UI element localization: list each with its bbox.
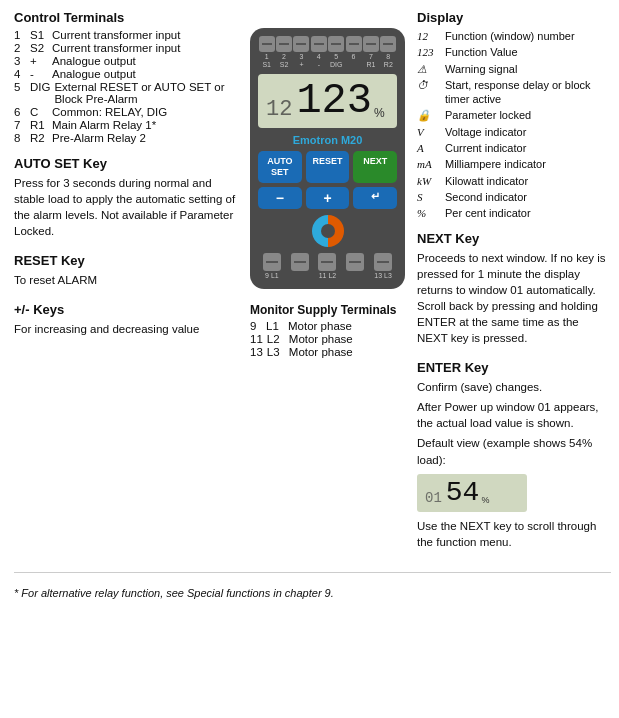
- list-item: 9 L1 Motor phase: [250, 320, 405, 332]
- terminal-screw: [363, 36, 379, 52]
- reset-section: RESET Key To reset ALARM: [14, 253, 236, 288]
- terminal-group-4: 4 -: [311, 36, 327, 68]
- enter-key-desc2: After Power up window 01 appears, the ac…: [417, 399, 611, 431]
- minus-button[interactable]: −: [258, 187, 302, 209]
- bottom-terminal-screw: [263, 253, 281, 271]
- plusminus-title: +/- Keys: [14, 302, 236, 317]
- bottom-terminal-screw: [291, 253, 309, 271]
- display-items-list: 12 Function (window) number 123 Function…: [417, 29, 611, 221]
- next-key-title: NEXT Key: [417, 231, 611, 246]
- display-percent-symbol: %: [374, 106, 385, 120]
- display-function-value: 123: [296, 80, 372, 122]
- list-item: % Per cent indicator: [417, 206, 611, 220]
- terminal-group-6: 6: [346, 36, 362, 68]
- enter-key-section: ENTER Key Confirm (save) changes. After …: [417, 360, 611, 550]
- bottom-terminals: 9 L1 11 L2: [258, 253, 397, 279]
- terminal-screw: [380, 36, 396, 52]
- terminal-screw: [276, 36, 292, 52]
- list-item: 8 R2 Pre-Alarm Relay 2: [14, 132, 236, 144]
- monitor-terminals-title: Monitor Supply Terminals: [250, 303, 405, 317]
- bottom-terminal-screw: [346, 253, 364, 271]
- terminal-group-5: 5 DIG: [328, 36, 344, 68]
- list-item: 4 - Analogue output: [14, 68, 236, 80]
- terminal-screw: [346, 36, 362, 52]
- enter-key-desc3: Default view (example shows 54% load):: [417, 435, 611, 467]
- reset-description: To reset ALARM: [14, 272, 236, 288]
- terminal-group-13: 13 L3: [374, 253, 392, 279]
- footnote-row: * For alternative relay function, see Sp…: [14, 572, 611, 599]
- reset-button[interactable]: RESET: [306, 151, 350, 183]
- autoset-button[interactable]: AUTO SET: [258, 151, 302, 183]
- terminal-group-1: 1 S1: [259, 36, 275, 68]
- list-item: 6 C Common: RELAY, DIG: [14, 106, 236, 118]
- terminal-group-10: [291, 253, 309, 279]
- list-item: V Voltage indicator: [417, 125, 611, 139]
- reset-title: RESET Key: [14, 253, 236, 268]
- bottom-terminal-screw: [318, 253, 336, 271]
- terminal-group-12: [346, 253, 364, 279]
- plusminus-section: +/- Keys For increasing and decreasing v…: [14, 302, 236, 337]
- brand-name: Emotron M20: [258, 134, 397, 146]
- device-display: 12 123 %: [258, 74, 397, 128]
- monitor-terminal-list: 9 L1 Motor phase 11 L2 Motor phase 13 L3…: [250, 320, 405, 358]
- mini-display-percent: %: [481, 495, 489, 505]
- terminal-list: 1 S1 Current transformer input 2 S2 Curr…: [14, 29, 236, 144]
- list-item: 1 S1 Current transformer input: [14, 29, 236, 41]
- center-column: 1 S1 2 S2 3 + 4: [244, 10, 411, 564]
- list-item: 123 Function Value: [417, 45, 611, 59]
- next-key-section: NEXT Key Proceeds to next window. If no …: [417, 231, 611, 347]
- terminal-group-9: 9 L1: [263, 253, 281, 279]
- display-window-number: 12: [266, 97, 292, 122]
- buttons-row-1: AUTO SET RESET NEXT: [258, 151, 397, 183]
- list-item: 12 Function (window) number: [417, 29, 611, 43]
- terminal-screw: [293, 36, 309, 52]
- mini-display-value: 54: [446, 479, 480, 507]
- buttons-row-2: − + ↵: [258, 187, 397, 209]
- terminal-group-7: 7 R1: [363, 36, 379, 68]
- left-column: Control Terminals 1 S1 Current transform…: [14, 10, 244, 564]
- device-illustration: 1 S1 2 S2 3 + 4: [250, 28, 405, 289]
- list-item: 7 R1 Main Alarm Relay 1*: [14, 119, 236, 131]
- bottom-terminal-screw: [374, 253, 392, 271]
- list-item: 5 DIG External RESET or AUTO SET or Bloc…: [14, 81, 236, 105]
- autoset-section: AUTO SET Key Press for 3 seconds during …: [14, 156, 236, 239]
- plusminus-description: For increasing and decreasing value: [14, 321, 236, 337]
- top-terminals: 1 S1 2 S2 3 + 4: [258, 36, 397, 68]
- emotron-logo: [312, 215, 344, 247]
- mini-display-window: 01: [425, 490, 442, 506]
- enter-key-desc4: Use the NEXT key to scroll through the f…: [417, 518, 611, 550]
- list-item: ⚠ Warning signal: [417, 62, 611, 76]
- terminal-group-2: 2 S2: [276, 36, 292, 68]
- list-item: kW Kilowatt indicator: [417, 174, 611, 188]
- list-item: S Second indicator: [417, 190, 611, 204]
- terminal-screw: [259, 36, 275, 52]
- plus-button[interactable]: +: [306, 187, 350, 209]
- list-item: A Current indicator: [417, 141, 611, 155]
- display-section: Display 12 Function (window) number 123 …: [417, 10, 611, 221]
- enter-key-desc1: Confirm (save) changes.: [417, 379, 611, 395]
- terminal-group-8: 8 R2: [380, 36, 396, 68]
- list-item: 11 L2 Motor phase: [250, 333, 405, 345]
- list-item: 2 S2 Current transformer input: [14, 42, 236, 54]
- next-button[interactable]: NEXT: [353, 151, 397, 183]
- device-wrapper: 1 S1 2 S2 3 + 4: [250, 10, 405, 289]
- list-item: 13 L3 Motor phase: [250, 346, 405, 358]
- enter-button[interactable]: ↵: [353, 187, 397, 209]
- device-logo: [258, 215, 397, 247]
- autoset-title: AUTO SET Key: [14, 156, 236, 171]
- display-title: Display: [417, 10, 611, 25]
- terminal-screw: [311, 36, 327, 52]
- autoset-description: Press for 3 seconds during normal and st…: [14, 175, 236, 239]
- terminal-group-3: 3 +: [293, 36, 309, 68]
- control-terminals-title: Control Terminals: [14, 10, 236, 25]
- monitor-terminals-section: Monitor Supply Terminals 9 L1 Motor phas…: [250, 303, 405, 359]
- right-column: Display 12 Function (window) number 123 …: [411, 10, 611, 564]
- next-key-description: Proceeds to next window. If no key is pr…: [417, 250, 611, 347]
- terminal-screw: [328, 36, 344, 52]
- terminal-group-11: 11 L2: [318, 253, 336, 279]
- footnote-text: * For alternative relay function, see Sp…: [14, 587, 611, 599]
- list-item: 3 + Analogue output: [14, 55, 236, 67]
- mini-display: 01 54 %: [417, 474, 527, 512]
- list-item: mA Milliampere indicator: [417, 157, 611, 171]
- enter-key-title: ENTER Key: [417, 360, 611, 375]
